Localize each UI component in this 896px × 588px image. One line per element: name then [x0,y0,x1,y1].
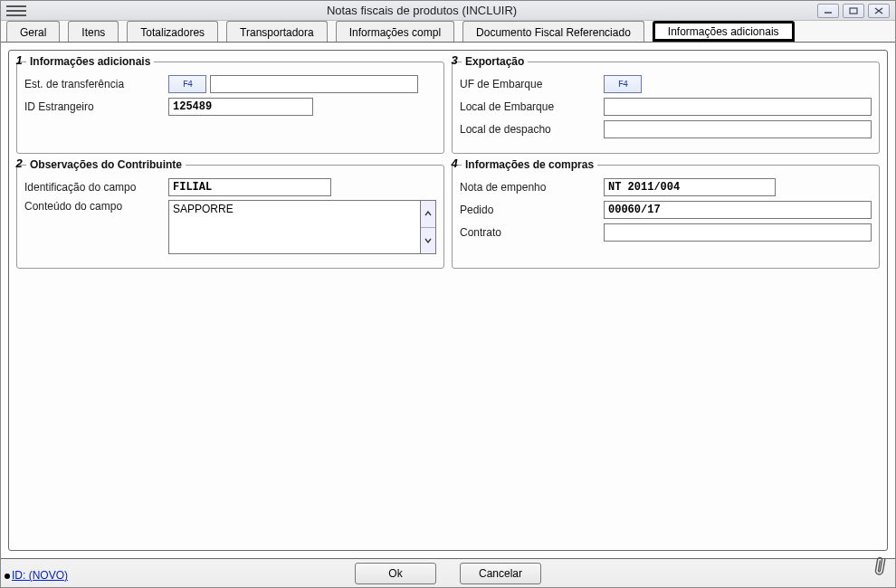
label-est-transferencia: Est. de transferência [24,78,165,90]
group-title-2: Observações do Contribuinte [26,158,186,171]
group-number-4: 4 [447,156,462,171]
close-button[interactable] [868,4,890,18]
local-embarque-input[interactable] [604,98,872,116]
tab-transportadora[interactable]: Transportadora [226,21,328,42]
pedido-input[interactable] [604,201,872,219]
scroll-down-button[interactable] [421,228,435,254]
group-informacoes-adicionais: 1 Informações adicionais Est. de transfe… [16,62,444,154]
group-number-3: 3 [447,53,462,68]
tab-informacoes-adicionais[interactable]: Informações adicionais [653,21,795,42]
label-contrato: Contrato [460,226,600,239]
label-local-embarque: Local de Embarque [460,100,600,113]
tab-geral[interactable]: Geral [6,21,60,42]
label-conteudo-campo: Conteúdo do campo [24,200,165,213]
label-uf-embarque: UF de Embarque [460,78,600,90]
textarea-scroll [420,200,436,254]
content-area: 1 Informações adicionais Est. de transfe… [1,43,895,558]
lookup-est-transferencia-button[interactable]: F4 [168,75,206,93]
inner-panel: 1 Informações adicionais Est. de transfe… [8,50,888,551]
group-observacoes-contribuinte: 2 Observações do Contribuinte Identifica… [16,165,444,269]
lookup-uf-embarque-button[interactable]: F4 [604,75,642,93]
ok-button[interactable]: Ok [355,563,436,584]
id-estrangeiro-input[interactable] [168,98,313,116]
label-identificacao-campo: Identificação do campo [24,181,165,194]
minimize-icon [823,7,834,14]
titlebar: Notas fiscais de produtos (INCLUIR) [1,1,895,21]
tab-itens[interactable]: Itens [68,21,119,42]
maximize-button[interactable] [843,4,864,18]
group-informacoes-compras: 4 Informações de compras Nota de empenho… [452,165,880,269]
bottom-bar: ID: (NOVO) Ok Cancelar [1,558,895,587]
nota-empenho-input[interactable] [604,178,776,196]
menu-icon[interactable] [6,3,26,19]
label-id-estrangeiro: ID Estrangeiro [24,100,165,113]
label-pedido: Pedido [460,204,600,216]
maximize-icon [848,6,859,15]
label-nota-empenho: Nota de empenho [460,181,600,194]
conteudo-campo-textarea[interactable] [168,200,420,254]
cancel-button[interactable]: Cancelar [460,563,541,584]
group-title-1: Informações adicionais [26,55,154,68]
minimize-button[interactable] [817,4,839,18]
contrato-input[interactable] [604,223,872,242]
svg-rect-1 [850,8,857,14]
group-title-4: Informações de compras [462,158,597,171]
est-transferencia-desc-input[interactable] [210,75,418,93]
tabstrip: Geral Itens Totalizadores Transportadora… [1,21,895,43]
window-title: Notas fiscais de produtos (INCLUIR) [26,4,817,17]
local-despacho-input[interactable] [604,120,872,138]
group-title-3: Exportação [462,55,528,68]
chevron-down-icon [424,238,432,243]
tab-informacoes-compl[interactable]: Informações compl [336,21,454,42]
tab-totalizadores[interactable]: Totalizadores [127,21,218,42]
id-novo-link[interactable]: ID: (NOVO) [5,569,68,582]
label-local-despacho: Local de despacho [460,123,600,136]
group-number-1: 1 [12,53,26,68]
close-icon [873,6,884,15]
group-exportacao: 3 Exportação UF de Embarque F4 Local de … [452,62,880,154]
chevron-up-icon [424,211,432,216]
app-window: Notas fiscais de produtos (INCLUIR) Gera… [0,0,896,588]
group-number-2: 2 [12,156,26,171]
window-controls [817,4,890,18]
tab-documento-fiscal-referenciado[interactable]: Documento Fiscal Referenciado [462,21,644,42]
identificacao-campo-input[interactable] [168,178,331,196]
scroll-up-button[interactable] [421,201,435,228]
